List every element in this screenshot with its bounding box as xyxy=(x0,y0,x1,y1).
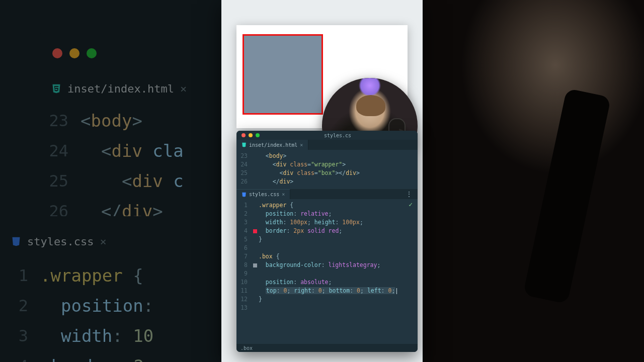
bg-tab-html-label: inset/index.html xyxy=(67,82,174,95)
line-number: 13 xyxy=(236,304,252,312)
line-number: 4 xyxy=(0,356,40,362)
code-line: 11 top: 0; right: 0; bottom: 0; left: 0; xyxy=(236,287,418,295)
code-pane-css[interactable]: ✓ 1.wrapper {2 position: relative;3 widt… xyxy=(236,199,418,314)
tabstrip-bottom: styles.css × ⋮ xyxy=(236,189,418,199)
code-content: position: relative; xyxy=(259,210,332,218)
line-number: 4 xyxy=(236,227,252,235)
line-number: 24 xyxy=(236,160,252,169)
status-breadcrumb: .box xyxy=(240,345,253,351)
status-bar: .box xyxy=(236,344,418,352)
line-number: 1 xyxy=(236,201,252,210)
code-line: 2 position: relative; xyxy=(236,210,418,218)
tab-label: styles.css xyxy=(249,192,279,197)
line-number: 23 xyxy=(236,152,252,160)
bg-tab-css: styles.css × ⋮ xyxy=(0,227,221,255)
code-line: 23<body> xyxy=(40,106,221,136)
code-line: 7.box { xyxy=(236,252,418,261)
code-line: 25 <div c xyxy=(40,166,221,196)
close-icon[interactable]: × xyxy=(282,192,285,197)
line-number: 2 xyxy=(236,210,252,218)
code-line: 4border: 2 xyxy=(0,351,221,362)
bg-css-code: 1.wrapper {2 position:3 width: 104border… xyxy=(0,255,221,362)
code-content: .box { xyxy=(259,252,280,261)
gutter-red-icon xyxy=(253,229,257,233)
tabstrip-top: inset/index.html × xyxy=(236,140,418,150)
code-line: 6 xyxy=(236,244,418,252)
window-title: styles.cs xyxy=(263,133,413,138)
close-icon: × xyxy=(100,235,106,248)
code-content: <div class="wrapper"> xyxy=(259,160,346,169)
html-file-icon xyxy=(242,142,247,147)
code-content: background-color: lightslategray; xyxy=(259,261,380,269)
code-line: 26 </div> xyxy=(236,177,418,186)
editor-titlebar[interactable]: styles.cs xyxy=(236,131,418,140)
code-line: 13 xyxy=(236,304,418,312)
close-dot-icon[interactable] xyxy=(242,133,246,137)
line-number: 25 xyxy=(236,169,252,177)
maximize-dot-icon xyxy=(87,48,97,58)
code-content: border: 2 xyxy=(40,356,144,362)
close-dot-icon xyxy=(52,48,62,58)
code-content: width: 100px; height: 100px; xyxy=(259,218,363,227)
code-content: border: 2px solid red; xyxy=(259,227,342,235)
code-content: top: 0; right: 0; bottom: 0; left: 0; xyxy=(259,287,397,295)
code-content: <div cla xyxy=(80,141,184,161)
close-icon[interactable]: × xyxy=(300,142,303,148)
check-icon: ✓ xyxy=(405,200,417,209)
css-file-icon xyxy=(11,236,21,246)
code-content: position: absolute; xyxy=(259,278,332,287)
line-number: 23 xyxy=(40,111,80,130)
line-number: 11 xyxy=(236,287,252,295)
line-number: 3 xyxy=(236,218,252,227)
code-content: </div> xyxy=(259,177,293,186)
line-number: 5 xyxy=(236,235,252,244)
background-editor-left: inset/index.html × 23<body>24 <div cla25… xyxy=(0,0,221,362)
line-number: 8 xyxy=(236,261,252,269)
code-content: <body> xyxy=(80,111,142,131)
code-line: 12} xyxy=(236,295,418,304)
css-file-icon xyxy=(242,192,247,197)
line-number: 9 xyxy=(236,269,252,278)
bg-html-code: 23<body>24 <div cla25 <div c26 </div> xyxy=(40,101,221,226)
editor-window: styles.cs inset/index.html × 23 <body>24… xyxy=(236,131,418,352)
line-number: 24 xyxy=(40,141,80,160)
minimize-dot-icon xyxy=(69,48,79,58)
line-number: 25 xyxy=(40,171,80,191)
code-content: .wrapper { xyxy=(40,265,143,286)
code-content: } xyxy=(259,295,262,304)
code-content: <div class="box"></div> xyxy=(259,169,360,177)
code-content: <body> xyxy=(259,152,286,160)
code-line: 24 <div class="wrapper"> xyxy=(236,160,418,169)
line-number: 6 xyxy=(236,244,252,252)
code-line: 3 width: 100px; height: 100px; xyxy=(236,218,418,227)
line-number: 1 xyxy=(0,266,40,285)
minimize-dot-icon[interactable] xyxy=(249,133,253,137)
line-number: 3 xyxy=(0,326,40,345)
code-content: .wrapper { xyxy=(259,201,293,210)
code-line: 2 position: xyxy=(0,291,221,321)
maximize-dot-icon[interactable] xyxy=(256,133,260,137)
code-line: 5} xyxy=(236,235,418,244)
code-line: 1.wrapper { xyxy=(0,260,221,291)
background-webcam-right xyxy=(423,0,644,362)
line-number: 26 xyxy=(236,177,252,186)
code-pane-html[interactable]: 23 <body>24 <div class="wrapper">25 <div… xyxy=(236,150,418,189)
code-content: <div c xyxy=(80,171,184,191)
line-number: 7 xyxy=(236,252,252,261)
more-icon[interactable]: ⋮ xyxy=(400,189,418,199)
code-line: 24 <div cla xyxy=(40,136,221,166)
line-number: 12 xyxy=(236,295,252,304)
demo-box xyxy=(244,36,321,113)
code-line: 25 <div class="box"></div> xyxy=(236,169,418,177)
code-content: position: xyxy=(40,296,153,316)
gutter-swatch-icon xyxy=(253,263,257,267)
window-traffic-lights xyxy=(40,30,221,65)
tab-index-html[interactable]: inset/index.html × xyxy=(236,140,308,150)
code-line: 1.wrapper { xyxy=(236,201,418,210)
tab-label: inset/index.html xyxy=(249,142,297,148)
code-line: 4 border: 2px solid red; xyxy=(236,227,418,235)
close-icon: × xyxy=(180,82,187,95)
tab-styles-css[interactable]: styles.css × xyxy=(236,189,290,199)
code-line: 8 background-color: lightslategray; xyxy=(236,261,418,269)
code-content: width: 10 xyxy=(40,326,153,346)
